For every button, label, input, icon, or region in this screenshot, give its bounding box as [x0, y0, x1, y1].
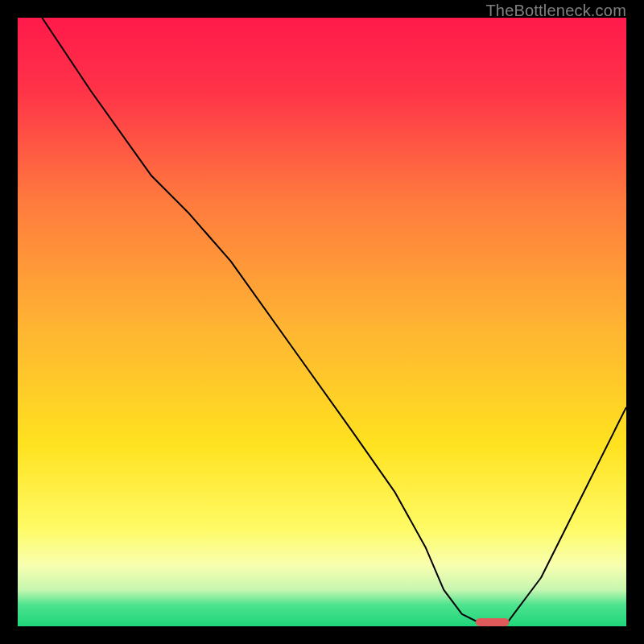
- target-marker: [476, 618, 510, 626]
- chart-background: [18, 18, 626, 626]
- chart-frame: TheBottleneck.com: [0, 0, 644, 644]
- bottleneck-chart: [18, 18, 626, 626]
